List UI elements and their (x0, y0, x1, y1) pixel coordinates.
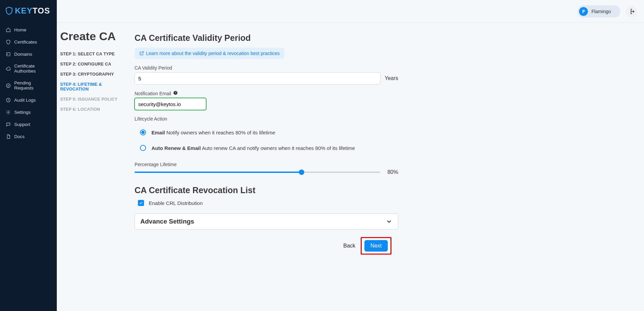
sidebar-nav: Home Certificates Domains Certificate Au… (0, 24, 57, 142)
logout-button[interactable] (626, 6, 637, 17)
sidebar-item-pending[interactable]: Pending Requests (0, 77, 57, 94)
sidebar: KEYTOS Home Certificates Domains Certifi… (0, 0, 57, 311)
validity-unit: Years (385, 75, 398, 81)
step-1[interactable]: STEP 1: SELECT CA TYPE (60, 49, 131, 59)
brand-logo[interactable]: KEYTOS (0, 0, 57, 24)
chat-icon (5, 122, 11, 127)
radio-unselected-icon (140, 145, 146, 151)
home-icon (5, 27, 11, 32)
gear-icon (5, 109, 11, 115)
sidebar-item-certificates[interactable]: Certificates (0, 36, 57, 48)
sidebar-item-label: Home (14, 27, 26, 32)
form-column: CA Certificate Validity Period Learn mor… (135, 23, 405, 268)
svg-point-4 (7, 111, 9, 113)
sidebar-item-label: Support (14, 122, 30, 127)
sidebar-item-audit[interactable]: Audit Logs (0, 94, 57, 106)
svg-text:?: ? (175, 92, 176, 95)
sidebar-item-home[interactable]: Home (0, 24, 57, 36)
learn-more-text: Learn more about the validity period & r… (146, 51, 280, 56)
steps-column: Create CA STEP 1: SELECT CA TYPE STEP 2:… (60, 23, 135, 268)
chevron-down-icon (386, 218, 392, 225)
radio-email-text: Email Notify owners when it reaches 80% … (151, 130, 275, 135)
shield-icon (5, 39, 11, 45)
step-6[interactable]: STEP 6: LOCATION (60, 104, 131, 114)
radio-auto-text: Auto Renew & Email Auto renew CA and not… (151, 145, 355, 151)
sidebar-item-domains[interactable]: Domains (0, 48, 57, 60)
shield-bracket-icon (5, 6, 14, 15)
sidebar-item-label: Pending Requests (14, 80, 51, 90)
sidebar-item-label: Settings (14, 110, 31, 115)
top-bar: F Flamingo (57, 0, 644, 23)
sidebar-item-label: Certificate Authorities (14, 63, 51, 74)
step-3[interactable]: STEP 3: CRYPTOGRAPHY (60, 69, 131, 79)
cloud-icon (5, 66, 11, 71)
radio-email-option[interactable]: Email Notify owners when it reaches 80% … (140, 125, 398, 140)
sidebar-item-settings[interactable]: Settings (0, 106, 57, 118)
slider-thumb-icon[interactable] (299, 170, 304, 175)
sidebar-item-support[interactable]: Support (0, 118, 57, 130)
external-link-icon (139, 51, 144, 56)
radio-auto-option[interactable]: Auto Renew & Email Auto renew CA and not… (140, 140, 398, 156)
brand-text-a: KEY (15, 6, 32, 16)
next-button[interactable]: Next (364, 240, 388, 252)
svg-point-2 (6, 83, 10, 87)
help-icon[interactable]: ? (173, 90, 178, 96)
crl-label: Enable CRL Distribution (149, 200, 203, 206)
brand-text-b: TOS (32, 6, 50, 16)
check-circle-icon (5, 83, 11, 88)
sidebar-item-label: Docs (14, 134, 25, 139)
step-5[interactable]: STEP 5: ISSUANCE POLICY (60, 94, 131, 104)
user-name: Flamingo (591, 9, 611, 14)
advance-title: Advance Settings (140, 218, 194, 225)
sidebar-item-label: Domains (14, 52, 32, 57)
user-badge[interactable]: F Flamingo (577, 5, 620, 18)
logout-icon (628, 8, 635, 15)
advance-settings-toggle[interactable]: Advance Settings (135, 213, 398, 230)
sidebar-item-label: Audit Logs (14, 98, 36, 103)
sidebar-item-docs[interactable]: Docs (0, 130, 57, 142)
next-button-highlight: Next (361, 237, 391, 255)
slider-value: 80% (385, 169, 398, 175)
radio-selected-icon (140, 129, 146, 135)
validity-input[interactable] (135, 72, 381, 84)
validity-label: CA Validity Period (135, 65, 398, 71)
section-crl-title: CA Certificate Revocation List (135, 185, 398, 195)
section-validity-title: CA Certificate Validity Period (135, 33, 398, 43)
svg-rect-0 (6, 52, 10, 56)
clock-icon (5, 97, 11, 103)
doc-icon (5, 134, 11, 139)
learn-more-banner[interactable]: Learn more about the validity period & r… (135, 48, 284, 59)
page-title: Create CA (60, 30, 131, 43)
lifecycle-label: Lifecycle Action (135, 116, 398, 122)
pct-label: Percentage Lifetime (135, 162, 398, 167)
avatar: F (579, 7, 588, 16)
svg-point-1 (7, 54, 8, 55)
domain-icon (5, 51, 11, 57)
crl-checkbox-row[interactable]: Enable CRL Distribution (135, 200, 398, 206)
email-label: Notification Email ? (135, 90, 398, 96)
step-4[interactable]: STEP 4: LIFETIME & REVOCATION (60, 79, 131, 94)
lifetime-slider[interactable] (135, 172, 380, 173)
sidebar-item-label: Certificates (14, 40, 37, 45)
sidebar-item-ca[interactable]: Certificate Authorities (0, 60, 57, 77)
email-input[interactable] (135, 98, 206, 110)
checked-icon (138, 200, 144, 206)
back-button[interactable]: Back (343, 243, 356, 249)
step-2[interactable]: STEP 2: CONFIGURE CA (60, 59, 131, 69)
